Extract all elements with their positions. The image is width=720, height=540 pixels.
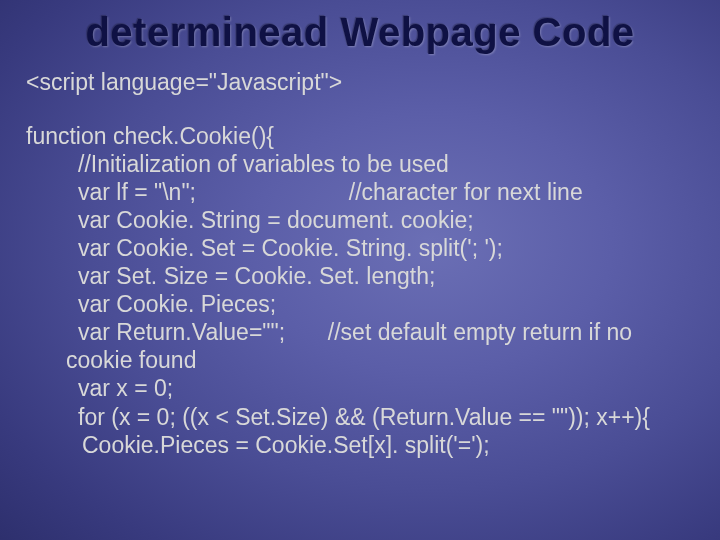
- code-line: //Initialization of variables to be used: [26, 150, 700, 178]
- code-block: <script language="Javascript"> function …: [26, 68, 700, 459]
- code-line: cookie found: [26, 346, 700, 374]
- code-line: var Set. Size = Cookie. Set. length;: [26, 262, 700, 290]
- code-fragment: //set default empty return if no: [328, 319, 632, 345]
- code-line: Cookie.Pieces = Cookie.Set[x]. split('='…: [26, 431, 700, 459]
- code-line: var x = 0;: [26, 374, 700, 402]
- code-line: for (x = 0; ((x < Set.Size) && (Return.V…: [26, 403, 700, 431]
- code-line: <script language="Javascript">: [26, 68, 700, 96]
- slide-title: determinead Webpage Code: [0, 10, 720, 55]
- code-line: var Cookie. String = document. cookie;: [26, 206, 700, 234]
- code-line: var Cookie. Pieces;: [26, 290, 700, 318]
- code-line: function check.Cookie(){: [26, 122, 700, 150]
- code-fragment: var lf = "\n";: [78, 179, 196, 205]
- code-line: var Return.Value=""; //set default empty…: [26, 318, 700, 346]
- code-line: var Cookie. Set = Cookie. String. split(…: [26, 234, 700, 262]
- code-fragment: var Return.Value="";: [78, 319, 285, 345]
- code-fragment: //character for next line: [349, 179, 583, 205]
- code-line: var lf = "\n"; //character for next line: [26, 178, 700, 206]
- slide: determinead Webpage Code <script languag…: [0, 0, 720, 540]
